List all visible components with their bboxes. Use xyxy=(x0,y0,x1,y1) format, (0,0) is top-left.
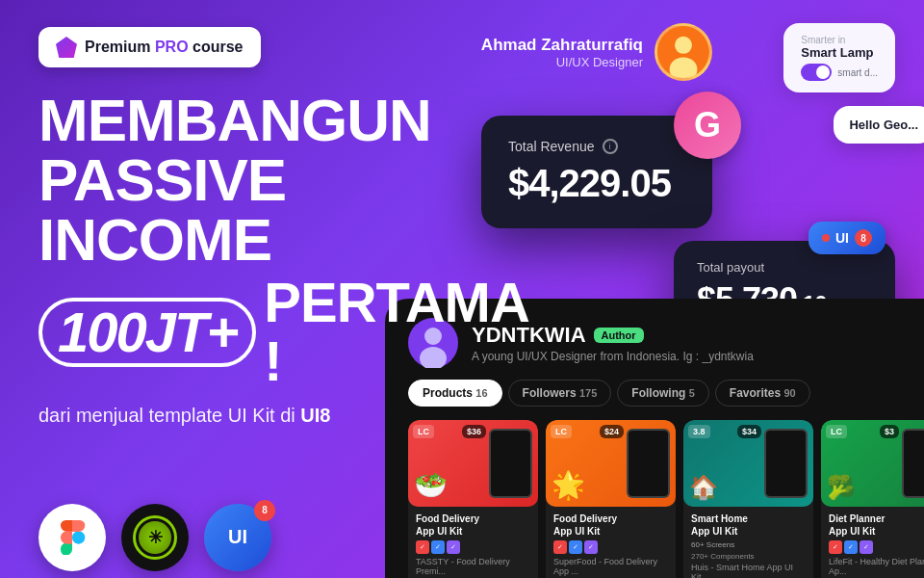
badge-label: Premium PRO course xyxy=(85,39,244,56)
smart-lamp-card: Smarter in Smart Lamp smart d... xyxy=(783,23,895,92)
product-card-2[interactable]: 🌟 LC $24 Food DeliveryApp UI Kit ✓ ✓ ✓ S… xyxy=(546,420,676,578)
author-avatar xyxy=(654,23,712,81)
smart-lamp-toggle: smart d... xyxy=(801,64,878,81)
tab-favorites[interactable]: Favorites 90 xyxy=(715,380,810,407)
smart-lamp-sub: smart d... xyxy=(837,67,878,78)
tab-following[interactable]: Following 5 xyxy=(617,380,708,407)
ui8-num: 8 xyxy=(855,229,872,247)
products-grid: 🥗 LC $36 Food DeliveryApp UI Kit ✓ ✓ ✓ T… xyxy=(408,420,924,578)
product-3-name: Huis - Smart Home App UI Kit xyxy=(691,563,806,578)
author-role: UI/UX Designer xyxy=(481,55,643,69)
diamond-icon xyxy=(56,37,77,58)
tools-row: ✳ UI 8 xyxy=(38,504,481,571)
highlight-amount: 100JT+ xyxy=(38,298,256,367)
product-2-name: SuperFood - Food Delivery App ... xyxy=(553,557,668,576)
info-icon: i xyxy=(603,139,618,154)
author-name: Ahmad Zahraturrafiq xyxy=(481,36,643,55)
title-line3: PERTAMA ! xyxy=(264,274,526,391)
gsap-icon: ✳ xyxy=(121,504,189,571)
title-line1: MEMBANGUN xyxy=(38,91,481,150)
toggle-knob xyxy=(816,66,830,79)
figma-icon xyxy=(38,504,106,571)
product-card-4[interactable]: 🥦 LC $3 Diet PlannerApp UI Kit ✓ ✓ ✓ Lif… xyxy=(821,420,924,578)
payout-label: Total payout xyxy=(697,260,872,275)
product-4-name: LifeFit - Healthy Diet Planner Ap... xyxy=(829,557,924,576)
author-info: Ahmad Zahraturrafiq UI/UX Designer xyxy=(481,23,712,81)
ui8-label: UI xyxy=(835,230,849,246)
ui8-count-badge: 8 xyxy=(254,500,275,521)
product-image-3: 🏠 3.8 $34 xyxy=(683,420,813,507)
revenue-amount: $4,229.05 xyxy=(508,162,685,205)
revenue-label: Total Revenue xyxy=(508,139,595,154)
smart-lamp-top: Smarter in xyxy=(801,35,878,45)
author-verified-badge: Author xyxy=(594,328,644,343)
svg-point-1 xyxy=(675,37,692,54)
product-card-3[interactable]: 🏠 3.8 $34 Smart HomeApp UI Kit 60+ Scree… xyxy=(683,420,813,578)
ui8-icon: UI 8 xyxy=(204,504,271,571)
ui8-payout-badge: UI 8 xyxy=(808,222,886,254)
premium-badge: Premium PRO course xyxy=(38,27,261,67)
toggle-switch[interactable] xyxy=(801,64,832,81)
left-panel: Premium PRO course MEMBANGUN PASSIVE INC… xyxy=(38,0,481,578)
subtitle: dari menjual template UI Kit di UI8 xyxy=(38,405,481,427)
smart-lamp-title: Smart Lamp xyxy=(801,45,878,60)
g-avatar: G xyxy=(674,92,741,159)
hello-geo-card: Hello Geo... xyxy=(834,106,924,144)
ui8-dot xyxy=(822,234,830,242)
product-image-4: 🥦 LC $3 xyxy=(821,420,924,507)
svg-point-2 xyxy=(670,57,698,81)
main-title: MEMBANGUN PASSIVE INCOME 100JT+ PERTAMA … xyxy=(38,91,481,391)
title-line2: PASSIVE INCOME xyxy=(38,150,481,270)
product-image-2: 🌟 LC $24 xyxy=(546,420,676,507)
